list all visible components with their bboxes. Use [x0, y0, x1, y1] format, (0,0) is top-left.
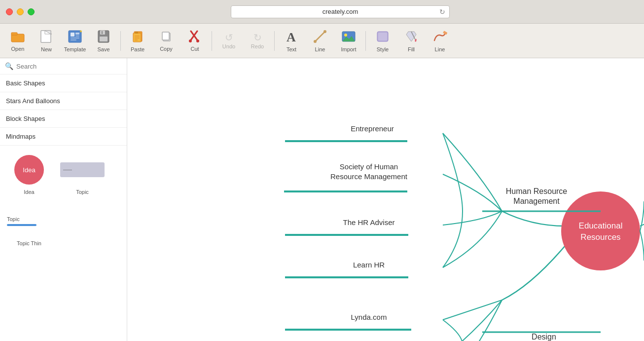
- svg-line-31: [315, 32, 325, 41]
- sidebar-item-stars-balloons[interactable]: Stars And Balloons: [0, 92, 127, 110]
- svg-rect-19: [133, 33, 141, 42]
- refresh-icon[interactable]: ↻: [439, 8, 445, 16]
- cut-label: Cut: [190, 46, 199, 52]
- sidebar: 🔍 Basic Shapes Stars And Balloons Block …: [0, 58, 127, 341]
- shapes-panel: Idea Idea —— Topic Topic: [0, 146, 127, 253]
- divider-3: [274, 31, 275, 51]
- canvas-area[interactable]: Human Resource Management Design Entrepr…: [127, 58, 644, 341]
- svg-rect-20: [135, 32, 138, 34]
- shape-idea[interactable]: Idea Idea: [5, 151, 53, 197]
- shape-topic-thin[interactable]: Topic Topic Thin: [5, 202, 53, 248]
- idea-circle-label: Idea: [23, 166, 35, 174]
- titlebar: creately.com ↻: [0, 0, 644, 24]
- sidebar-item-basic-shapes[interactable]: Basic Shapes: [0, 75, 127, 92]
- design-node[interactable]: Design: [532, 333, 556, 341]
- url-bar[interactable]: creately.com ↻: [231, 5, 450, 18]
- minimize-button[interactable]: [17, 8, 24, 15]
- new-label: New: [41, 46, 52, 52]
- svg-rect-9: [75, 33, 79, 35]
- divider-1: [120, 31, 121, 51]
- line2-icon: [432, 30, 447, 45]
- new-button[interactable]: New: [33, 26, 60, 56]
- open-label: Open: [11, 46, 25, 52]
- topic-preview: ——: [60, 152, 105, 187]
- topic-bar: ——: [60, 162, 105, 177]
- text-label: Text: [286, 46, 296, 52]
- import-label: Import: [341, 46, 356, 52]
- template-label: Template: [64, 46, 86, 52]
- redo-button[interactable]: ↻ Redo: [244, 26, 271, 56]
- sidebar-item-mindmaps[interactable]: Mindmaps: [0, 128, 127, 146]
- fill-button[interactable]: Fill: [397, 26, 425, 56]
- line-icon: [313, 30, 327, 45]
- svg-rect-16: [100, 37, 107, 41]
- style-button[interactable]: Style: [369, 26, 396, 56]
- copy-label: Copy: [160, 46, 173, 52]
- idea-preview: Idea: [7, 152, 51, 187]
- entrepreneur-node[interactable]: Entrepreneur: [351, 124, 394, 133]
- topic-thin-text-label: Topic: [7, 216, 51, 222]
- save-button[interactable]: Save: [90, 26, 117, 56]
- sidebar-item-block-shapes[interactable]: Block Shapes: [0, 110, 127, 128]
- topic-label: Topic: [76, 189, 89, 195]
- educational-resources-text: Educational: [579, 221, 623, 230]
- search-input[interactable]: [16, 63, 122, 70]
- save-icon: [97, 30, 110, 45]
- topic-thin-box: Topic: [7, 216, 51, 226]
- educational-resources-node[interactable]: [561, 191, 640, 270]
- svg-text:A: A: [286, 30, 296, 43]
- copy-icon: [160, 30, 172, 45]
- save-label: Save: [97, 46, 109, 52]
- svg-text:Management: Management: [513, 197, 560, 205]
- maximize-button[interactable]: [28, 8, 35, 15]
- cut-button[interactable]: Cut: [181, 26, 209, 56]
- open-button[interactable]: Open: [4, 26, 32, 56]
- redo-label: Redo: [251, 43, 264, 49]
- undo-label: Undo: [222, 43, 235, 49]
- topic-thin-underline: [7, 224, 36, 226]
- svg-rect-10: [75, 36, 79, 37]
- idea-label: Idea: [24, 189, 34, 195]
- close-button[interactable]: [6, 8, 13, 15]
- svg-rect-8: [71, 33, 74, 37]
- import-icon: [341, 30, 356, 45]
- paste-icon: [131, 30, 144, 45]
- undo-button[interactable]: ↺ Undo: [215, 26, 243, 56]
- paste-label: Paste: [131, 46, 144, 52]
- line2-label: Line: [435, 46, 445, 52]
- lynda-node[interactable]: Lynda.com: [351, 313, 387, 321]
- style-label: Style: [377, 46, 389, 52]
- svg-rect-12: [71, 39, 76, 40]
- topic-bar-text: ——: [63, 167, 72, 172]
- svg-point-35: [344, 34, 347, 37]
- divider-2: [212, 31, 212, 51]
- learn-hr-node[interactable]: Learn HR: [353, 261, 385, 269]
- svg-rect-1: [11, 33, 17, 35]
- main-layout: 🔍 Basic Shapes Stars And Balloons Block …: [0, 58, 644, 341]
- svg-point-33: [323, 30, 326, 33]
- svg-point-32: [314, 40, 317, 43]
- svg-rect-38: [378, 33, 387, 40]
- svg-point-28: [189, 39, 192, 42]
- topic-thin-preview: Topic: [7, 204, 51, 238]
- paste-button[interactable]: Paste: [124, 26, 151, 56]
- import-button[interactable]: Import: [335, 26, 362, 56]
- search-bar: 🔍: [0, 58, 127, 75]
- hr-adviser-node[interactable]: The HR Adviser: [343, 218, 394, 227]
- new-icon: [40, 30, 53, 45]
- fill-label: Fill: [408, 46, 415, 52]
- society-hrm-node-line1[interactable]: Society of Human: [340, 162, 398, 171]
- text-button[interactable]: A Text: [278, 26, 305, 56]
- style-icon: [375, 30, 390, 45]
- svg-text:Resource Management: Resource Management: [330, 172, 408, 181]
- shape-topic[interactable]: —— Topic: [58, 151, 107, 197]
- svg-point-29: [196, 39, 199, 42]
- divider-4: [365, 31, 366, 51]
- line-button[interactable]: Line: [306, 26, 334, 56]
- svg-rect-25: [162, 32, 169, 40]
- line2-button[interactable]: Line: [426, 26, 454, 56]
- topic-thin-label: Topic Thin: [17, 240, 41, 246]
- hr-mgmt-node[interactable]: Human Resource: [506, 187, 568, 195]
- copy-button[interactable]: Copy: [152, 26, 180, 56]
- template-button[interactable]: Template: [61, 26, 89, 56]
